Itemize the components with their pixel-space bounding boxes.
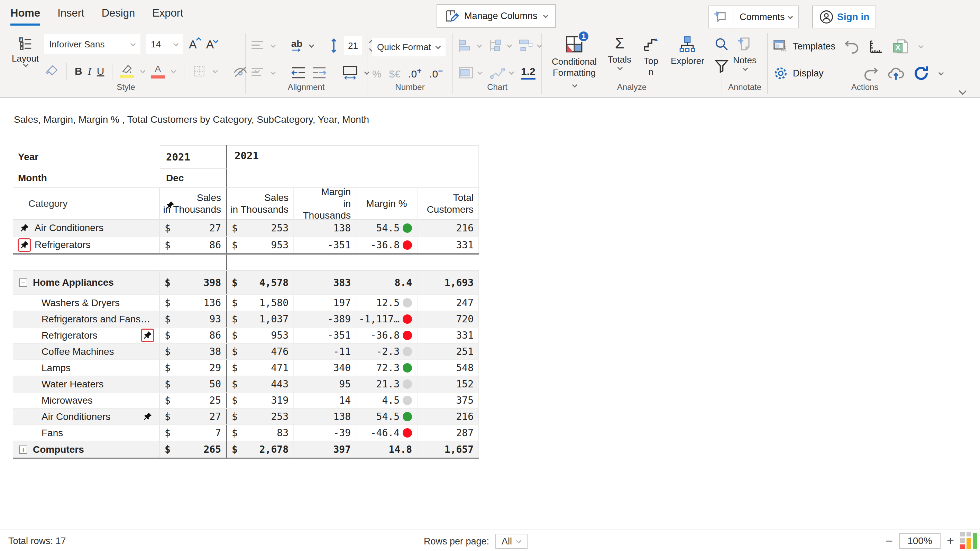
chevron-down-icon[interactable] [213, 68, 218, 73]
conditional-formatting-icon: 1 [565, 35, 583, 53]
table-row[interactable]: Fans $7 $83 -39 -46.4 287 [13, 425, 479, 441]
shrink-font-button[interactable]: A [206, 38, 218, 51]
font-family-select[interactable]: Inforiver Sans [44, 34, 140, 54]
sales-cell: $1,037 [227, 311, 294, 327]
rows-per-page-select[interactable]: All [495, 534, 528, 549]
display-button[interactable]: Display [773, 65, 824, 81]
bold-button[interactable]: B [75, 65, 82, 77]
highlight-color-button[interactable] [120, 64, 134, 78]
chevron-down-icon[interactable] [477, 69, 483, 75]
table-row[interactable]: Microwaves $25 $319 14 4.5 375 [13, 393, 479, 409]
table-row[interactable]: Refrigerators and Fans… $93 $1,037 -389 … [13, 311, 479, 328]
table-row[interactable]: Refrigerators $86 $953 -351 -36.8 331 [13, 328, 479, 344]
pin-icon[interactable] [18, 238, 31, 252]
column-width-button[interactable] [342, 65, 358, 80]
pinned-sales-header[interactable]: Sales in Thousands [160, 188, 227, 220]
margin-pct-cell: -46.4 [356, 425, 418, 441]
borders-button[interactable] [192, 64, 207, 78]
undo-icon[interactable] [844, 39, 860, 54]
chevron-down-icon[interactable] [171, 68, 177, 73]
number-format-button[interactable]: 1.2 [521, 66, 536, 80]
table-row[interactable]: Coffee Machines $38 $476 -11 -2.3 251 [13, 344, 479, 360]
year-header[interactable]: 2021 [227, 145, 479, 188]
table-row[interactable]: Refrigerators $86 $953 -351 -36.8 331 [13, 237, 479, 253]
pinned-month-header[interactable]: Dec [160, 169, 227, 188]
comments-button[interactable]: Comments [708, 6, 799, 29]
table-row[interactable]: − Home Appliances $398 $4,578 383 8.4 1,… [13, 271, 479, 295]
row-expander[interactable]: − [19, 279, 27, 287]
tab-home[interactable]: Home [10, 7, 40, 25]
vertical-align-icon[interactable] [250, 40, 264, 51]
increase-decimal-button[interactable]: .0+ [408, 68, 422, 80]
redo-icon[interactable] [863, 66, 879, 81]
pin-icon[interactable] [141, 329, 154, 342]
refresh-icon[interactable] [913, 65, 929, 82]
tab-export[interactable]: Export [152, 7, 183, 24]
category-header[interactable]: Category [13, 188, 160, 220]
templates-button[interactable]: Templates [773, 38, 835, 54]
decrease-indent-button[interactable] [291, 67, 306, 79]
italic-button[interactable]: I [88, 65, 91, 77]
chevron-down-icon[interactable] [270, 69, 276, 75]
table-row[interactable]: Air Conditioners $27 $253 138 54.5 216 [13, 409, 479, 425]
manage-columns-button[interactable]: Manage Columns [437, 4, 556, 28]
excel-export-icon[interactable]: X [892, 38, 910, 55]
table-row[interactable]: Air Conditioners $27 $253 138 54.5 216 [13, 220, 479, 237]
sign-in-button[interactable]: Sign in [812, 6, 876, 29]
margin-pct-cell: -2.3 [356, 344, 418, 359]
ruler-icon[interactable] [868, 38, 884, 54]
cloud-upload-icon[interactable] [887, 66, 905, 81]
table-row[interactable]: + Computers $265 $2,678 397 14.8 1,657 [13, 441, 479, 458]
bar-chart-button[interactable] [458, 39, 473, 53]
pin-icon[interactable] [18, 221, 31, 235]
margin-cell: 383 [294, 271, 356, 295]
chevron-down-icon[interactable] [509, 69, 514, 75]
decrease-decimal-button[interactable]: .0− [429, 68, 443, 80]
horizontal-align-icon[interactable] [250, 67, 264, 78]
tab-insert[interactable]: Insert [57, 7, 84, 24]
grow-font-button[interactable]: A [189, 38, 200, 51]
font-size-select[interactable]: 14 [146, 34, 183, 54]
increase-indent-button[interactable] [312, 67, 327, 79]
sales-cell: $953 [227, 328, 294, 343]
quick-format-select[interactable]: Quick Format [372, 38, 445, 56]
chevron-down-icon[interactable] [938, 70, 944, 75]
margin-header[interactable]: Margin in Thousands [294, 188, 356, 220]
row-height-input[interactable]: 21 [344, 36, 362, 55]
percent-format-button[interactable]: % [372, 68, 382, 80]
pinned-year-header[interactable]: 2021 [160, 145, 227, 169]
table-row[interactable]: Water Heaters $50 $443 95 21.3 152 [13, 376, 479, 393]
column-tree-chart-button[interactable] [488, 39, 503, 53]
chevron-down-icon[interactable] [537, 42, 542, 48]
wrap-text-button[interactable]: ab [291, 40, 303, 52]
total-customers-header[interactable]: Total Customers [418, 188, 479, 220]
customers-cell: 216 [418, 409, 479, 424]
zoom-out-button[interactable]: − [886, 535, 893, 547]
chevron-down-icon[interactable] [507, 42, 512, 48]
zoom-in-button[interactable]: + [947, 535, 954, 547]
table-row[interactable]: Lamps $29 $471 340 72.3 548 [13, 360, 479, 376]
sales-header[interactable]: Sales in Thousands [227, 188, 294, 220]
tab-design[interactable]: Design [102, 7, 135, 24]
notes-button[interactable]: Notes [727, 35, 762, 70]
pin-icon[interactable] [141, 410, 154, 424]
table-chart-button[interactable] [458, 66, 474, 79]
format-painter-icon[interactable] [44, 64, 59, 78]
number-group-label: Number [368, 82, 452, 92]
pane-chart-button[interactable] [518, 39, 533, 53]
underline-button[interactable]: U [97, 65, 105, 77]
chevron-down-icon[interactable] [140, 68, 146, 73]
customers-cell: 331 [418, 237, 479, 253]
font-color-button[interactable]: A [151, 64, 165, 78]
chevron-down-icon[interactable] [477, 42, 482, 48]
table-row[interactable]: Washers & Dryers $136 $1,580 197 12.5 24… [13, 295, 479, 311]
margin-pct-header[interactable]: Margin % [356, 188, 418, 220]
currency-format-button[interactable]: $€ [389, 68, 401, 80]
line-chart-button[interactable] [490, 66, 505, 80]
chevron-down-icon[interactable] [309, 42, 315, 48]
chevron-down-icon[interactable] [918, 43, 924, 48]
chevron-down-icon[interactable] [270, 42, 276, 48]
zoom-level[interactable]: 100% [899, 533, 940, 549]
row-expander[interactable]: + [19, 446, 27, 454]
status-indicator [402, 363, 412, 373]
